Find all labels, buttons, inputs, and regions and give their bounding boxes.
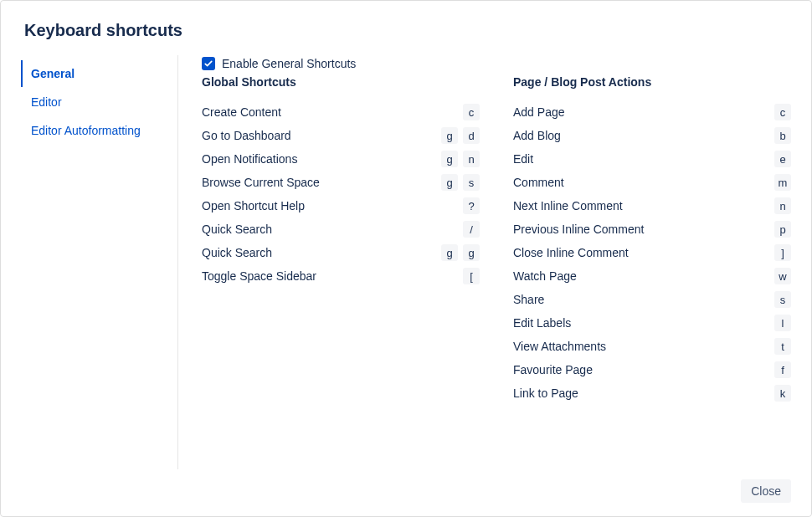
shortcut-label: Open Notifications [202, 152, 441, 166]
shortcut-column: Page / Blog Post ActionsAdd PagecAdd Blo… [513, 75, 791, 405]
sidebar-item-label: General [31, 67, 75, 80]
shortcut-label: Toggle Space Sidebar [202, 269, 463, 283]
shortcut-keys: w [774, 268, 791, 284]
dialog-footer: Close [21, 469, 791, 503]
shortcut-keys: k [774, 385, 791, 402]
sidebar-item-editor[interactable]: Editor [21, 89, 171, 115]
shortcut-keys: f [774, 361, 791, 378]
shortcut-keys: / [463, 221, 480, 238]
shortcut-label: Quick Search [202, 246, 441, 259]
keyboard-key: t [774, 338, 791, 355]
shortcut-keys: b [774, 127, 791, 144]
shortcut-row: Browse Current Spacegs [202, 171, 480, 194]
shortcut-keys: t [774, 338, 791, 355]
shortcut-row: Edit Labelsl [513, 311, 791, 335]
shortcut-keys: gd [441, 127, 480, 144]
dialog-title: Keyboard shortcuts [21, 21, 791, 40]
content-panel: Enable General Shortcuts Global Shortcut… [178, 55, 791, 469]
shortcut-keys: m [774, 174, 791, 191]
keyboard-key: g [441, 244, 458, 261]
keyboard-key: p [774, 221, 791, 238]
shortcut-keys: c [774, 104, 791, 120]
keyboard-key: m [774, 174, 791, 191]
keyboard-key: c [463, 104, 480, 120]
sidebar-item-general[interactable]: General [21, 60, 171, 87]
shortcut-keys: p [774, 221, 791, 238]
shortcut-label: Go to Dashboard [202, 129, 441, 142]
keyboard-key: k [774, 385, 791, 402]
shortcut-keys: c [463, 104, 480, 120]
shortcut-label: Browse Current Space [202, 176, 441, 189]
keyboard-key: l [774, 315, 791, 331]
sidebar: GeneralEditorEditor Autoformatting [21, 55, 178, 469]
shortcut-label: Previous Inline Comment [513, 223, 774, 236]
section-title: Page / Blog Post Actions [513, 75, 791, 89]
shortcut-label: Open Shortcut Help [202, 199, 463, 212]
keyboard-key: g [463, 244, 480, 261]
shortcut-row: Quick Searchgg [202, 241, 480, 264]
shortcut-keys: n [774, 197, 791, 214]
shortcut-row: Watch Pagew [513, 264, 791, 288]
close-button[interactable]: Close [741, 479, 791, 503]
keyboard-key: n [774, 197, 791, 214]
shortcut-row: Favourite Pagef [513, 358, 791, 381]
shortcut-label: Next Inline Comment [513, 199, 774, 212]
keyboard-key: g [441, 174, 458, 191]
keyboard-key: ? [463, 197, 480, 214]
keyboard-key: d [463, 127, 480, 144]
shortcut-keys: gn [441, 151, 480, 167]
keyboard-key: n [463, 151, 480, 167]
shortcut-label: View Attachments [513, 340, 774, 353]
shortcut-label: Share [513, 293, 774, 306]
shortcut-keys: ] [774, 244, 791, 261]
shortcut-keys: gg [441, 244, 480, 261]
shortcut-row: Edite [513, 147, 791, 171]
shortcut-label: Add Blog [513, 129, 774, 142]
sidebar-item-editor-autoformatting[interactable]: Editor Autoformatting [21, 117, 171, 144]
shortcut-columns: Global ShortcutsCreate ContentcGo to Das… [202, 75, 791, 405]
keyboard-key: / [463, 221, 480, 238]
shortcut-keys: ? [463, 197, 480, 214]
shortcut-label: Create Content [202, 105, 463, 119]
shortcut-column: Global ShortcutsCreate ContentcGo to Das… [202, 75, 480, 405]
enable-shortcuts-checkbox[interactable] [202, 57, 215, 70]
section-title: Global Shortcuts [202, 75, 480, 89]
keyboard-key: w [774, 268, 791, 284]
keyboard-shortcuts-dialog: Keyboard shortcuts GeneralEditorEditor A… [0, 0, 812, 517]
keyboard-key: g [441, 151, 458, 167]
shortcut-row: Commentm [513, 171, 791, 194]
keyboard-key: e [774, 151, 791, 167]
keyboard-key: [ [463, 268, 480, 284]
shortcut-label: Add Page [513, 105, 774, 119]
shortcut-label: Edit Labels [513, 316, 774, 330]
shortcut-keys: gs [441, 174, 480, 191]
keyboard-key: c [774, 104, 791, 120]
keyboard-key: f [774, 361, 791, 378]
enable-shortcuts-label: Enable General Shortcuts [222, 57, 356, 70]
shortcut-row: Shares [513, 288, 791, 311]
shortcut-keys: s [774, 291, 791, 308]
shortcut-row: Previous Inline Commentp [513, 218, 791, 241]
shortcut-label: Watch Page [513, 269, 774, 283]
shortcut-row: Toggle Space Sidebar[ [202, 264, 480, 288]
shortcut-label: Quick Search [202, 223, 463, 236]
shortcut-row: Go to Dashboardgd [202, 124, 480, 147]
shortcut-row: View Attachmentst [513, 335, 791, 358]
keyboard-key: s [463, 174, 480, 191]
shortcut-label: Edit [513, 152, 774, 166]
shortcut-row: Quick Search/ [202, 218, 480, 241]
shortcut-keys: [ [463, 268, 480, 284]
shortcut-row: Add Blogb [513, 124, 791, 147]
shortcut-row: Create Contentc [202, 100, 480, 124]
shortcut-keys: l [774, 315, 791, 331]
shortcut-keys: e [774, 151, 791, 167]
keyboard-key: ] [774, 244, 791, 261]
keyboard-key: s [774, 291, 791, 308]
shortcut-row: Open Notificationsgn [202, 147, 480, 171]
dialog-body: GeneralEditorEditor Autoformatting Enabl… [21, 55, 791, 469]
shortcut-label: Comment [513, 176, 774, 189]
keyboard-key: g [441, 127, 458, 144]
check-icon [203, 59, 213, 69]
shortcut-row: Close Inline Comment] [513, 241, 791, 264]
sidebar-item-label: Editor Autoformatting [31, 124, 141, 137]
